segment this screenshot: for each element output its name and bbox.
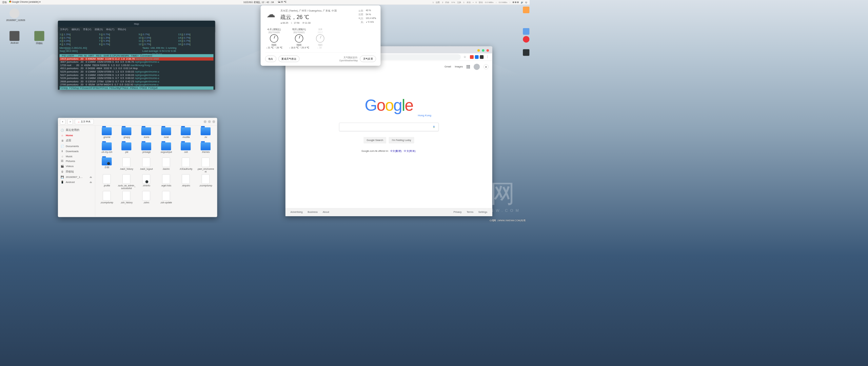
process-row[interactable]: 2795 pomodoro 20 0 652M 167M 94924 S 0.7… <box>60 83 214 86</box>
folder-item[interactable]: .mozilla <box>177 127 195 141</box>
sidebar-item[interactable]: ♫Music <box>58 154 95 159</box>
file-item[interactable]: .zcompdump <box>197 174 215 190</box>
clock[interactable]: 10月20日 星期五, 12：42：04 <box>243 1 274 4</box>
sidebar-item[interactable]: 🖼Pictures <box>58 159 95 164</box>
file-item[interactable]: .zcompdump <box>98 191 116 207</box>
location-button[interactable]: 地点 <box>265 56 276 62</box>
dock-item[interactable] <box>523 7 530 14</box>
eject-icon[interactable]: ⏏ <box>90 176 92 179</box>
process-row[interactable]: 5226 pomodoro 20 0 1346M 152M 87056 S 0.… <box>60 77 214 80</box>
desktop-icon[interactable]: 20160907_110926 <box>6 8 23 21</box>
lang-link[interactable]: 中文(简体) <box>404 150 415 152</box>
menu-item[interactable]: 终端(T) <box>106 28 114 32</box>
extensions[interactable] <box>470 55 484 59</box>
folder-item[interactable]: .themes <box>197 142 215 156</box>
process-row[interactable]: 5227 pomodoro 20 0 1346M 152M 87056 S 1.… <box>60 74 214 77</box>
mic-icon[interactable] <box>433 125 436 129</box>
file-item[interactable]: .zsh-update <box>157 191 175 207</box>
sidebar-item[interactable]: ⬇Downloads <box>58 149 95 154</box>
footer-link[interactable]: Settings <box>478 210 487 214</box>
folder-item[interactable]: .ssh <box>177 142 195 156</box>
process-row[interactable]: 4911 pomodoro 20 0 34308 4864 3332 R 1.3… <box>60 67 214 70</box>
system-indicators[interactable]: 1挂载 2内存 9 %交换 1未知 ▪0驱动 0.0 MiB/s↓0.0 MiB… <box>433 1 530 4</box>
menu-button[interactable]: ⋮ <box>485 54 490 60</box>
search-input[interactable] <box>339 123 438 131</box>
footer-link[interactable]: Privacy <box>454 210 462 214</box>
file-item[interactable]: .bash_logout <box>137 158 155 173</box>
sidebar-item[interactable]: 🕓最近使用的 <box>58 127 95 133</box>
google-search-button[interactable]: Google Search <box>363 137 386 144</box>
window-controls[interactable] <box>204 120 215 123</box>
file-item[interactable]: .profile <box>98 174 116 190</box>
footer-link[interactable]: About <box>323 210 329 214</box>
folder-item[interactable]: .pki <box>117 142 135 156</box>
file-item[interactable]: .zshrc <box>137 191 155 207</box>
menu-item[interactable]: 编辑(E) <box>72 28 80 32</box>
footer-link[interactable]: Terms <box>467 210 473 214</box>
sidebar-item[interactable]: 📄Documents <box>58 143 95 148</box>
folder-item[interactable]: .icons <box>137 127 155 141</box>
images-link[interactable]: Images <box>455 65 463 68</box>
process-row[interactable]: 3007 pomodoro 20 0 1346M 152M 87056 S 8.… <box>60 61 214 64</box>
menu-item[interactable]: 搜索(S) <box>95 28 103 32</box>
reload-weather-button[interactable]: 重载天气信息 <box>278 56 299 62</box>
menu-item[interactable]: 查看(V) <box>83 28 91 32</box>
forecast-day[interactable]: 未来2017晴朗↓ 16 <box>316 28 324 49</box>
dock-item[interactable] <box>523 36 530 43</box>
menu-item[interactable]: 文件(F) <box>60 28 68 32</box>
star-button[interactable]: ☆ <box>462 54 468 60</box>
sidebar-item[interactable]: 📱Android⏏ <box>58 180 95 185</box>
file-item[interactable]: .ICEauthority <box>177 158 195 173</box>
sidebar-item[interactable]: 💾20160907_1…⏏ <box>58 175 95 180</box>
sidebar-item[interactable]: 🎬Videos <box>58 164 95 169</box>
file-item[interactable]: .bashrc <box>157 158 175 173</box>
sidebar-item[interactable]: 🗑回收站 <box>58 169 95 174</box>
file-item[interactable]: .zsh_history <box>117 191 135 207</box>
weather-settings-button[interactable]: 天气设置 <box>360 56 376 62</box>
footer-link[interactable]: Advertising <box>290 210 302 214</box>
process-row[interactable]: 2608 pomodoro 20 0 1351M 275M 123M S 0.7… <box>60 80 214 83</box>
gmail-link[interactable]: Gmail <box>445 65 451 68</box>
lucky-button[interactable]: I'm Feeling Lucky <box>389 137 414 144</box>
folder-item[interactable]: 示例 <box>98 158 116 173</box>
folder-item[interactable]: .gnome <box>98 127 116 141</box>
terminal-title[interactable]: htop <box>58 21 215 27</box>
file-item[interactable]: .wget-hsts <box>157 174 175 190</box>
footer-link[interactable]: Business <box>308 210 318 214</box>
folder-item[interactable]: .sogouinput <box>157 142 175 156</box>
file-item[interactable]: .pam_environment <box>197 158 215 173</box>
sidebar-item[interactable]: 🖥桌面 <box>58 138 95 143</box>
apps-icon[interactable] <box>467 65 470 68</box>
trash-icon[interactable]: 回收站 <box>31 31 48 45</box>
avatar[interactable] <box>474 64 480 70</box>
activities-button[interactable]: 活动 <box>2 1 6 4</box>
breadcrumb[interactable]: ⌂主文件夹 <box>75 119 94 124</box>
desktop-icon[interactable]: Android <box>6 31 23 44</box>
eject-icon[interactable]: ⏏ <box>90 181 92 184</box>
folder-item[interactable]: .gnupg <box>117 127 135 141</box>
file-item[interactable]: .xinputrc <box>177 174 195 190</box>
file-item[interactable]: .bash_history <box>117 158 135 173</box>
menu-item[interactable]: 帮助(H) <box>118 28 126 32</box>
nav-back-button[interactable]: ‹ <box>60 119 65 124</box>
lang-link[interactable]: 中文(繁體) <box>390 150 402 152</box>
dock-item-terminal[interactable] <box>523 49 530 56</box>
ext-icon[interactable]: ▲ <box>484 64 489 69</box>
terminal-menubar[interactable]: 文件(F)编辑(E)查看(V)搜索(S)终端(T)帮助(H) <box>58 27 215 32</box>
forecast-day[interactable]: 今天 (星期五)2017/10/20晴朗↓ 21 ℃ ↑ 28 ℃ <box>266 28 282 49</box>
folder-item[interactable]: .local <box>157 127 175 141</box>
process-row[interactable]: 1733 root 20 0 432M 78224 53392 S 1.3 0.… <box>60 64 214 67</box>
window-controls[interactable] <box>476 47 491 53</box>
active-app[interactable]: Google Chrome (unstable) ▾ <box>9 1 41 4</box>
nav-forward-button[interactable]: › <box>67 119 73 124</box>
process-row[interactable]: 1915 pomodoro 20 0 4982M 563M 111M S 11.… <box>60 57 214 61</box>
forecast-day[interactable]: 明天 (星期六)2017/10/21晴朗↓ 18.8 ℃ ↑ 25.9 ℃ <box>289 28 309 49</box>
folder-item[interactable]: .presage <box>137 142 155 156</box>
forecast-row[interactable]: 今天 (星期五)2017/10/20晴朗↓ 21 ℃ ↑ 28 ℃明天 (星期六… <box>266 28 375 49</box>
file-item[interactable]: .viminfo <box>137 174 155 190</box>
folder-item[interactable]: .nv <box>197 127 215 141</box>
file-item[interactable]: .sudo_as_admin_successful <box>117 174 135 190</box>
folder-item[interactable]: .oh-my-zsh <box>98 142 116 156</box>
htop-fnbar[interactable]: F1Help F2Setup F3SearchF4FilterF5Tree F6… <box>60 86 214 90</box>
weather-indicator[interactable]: 🌤 26 ℃ <box>278 1 286 4</box>
